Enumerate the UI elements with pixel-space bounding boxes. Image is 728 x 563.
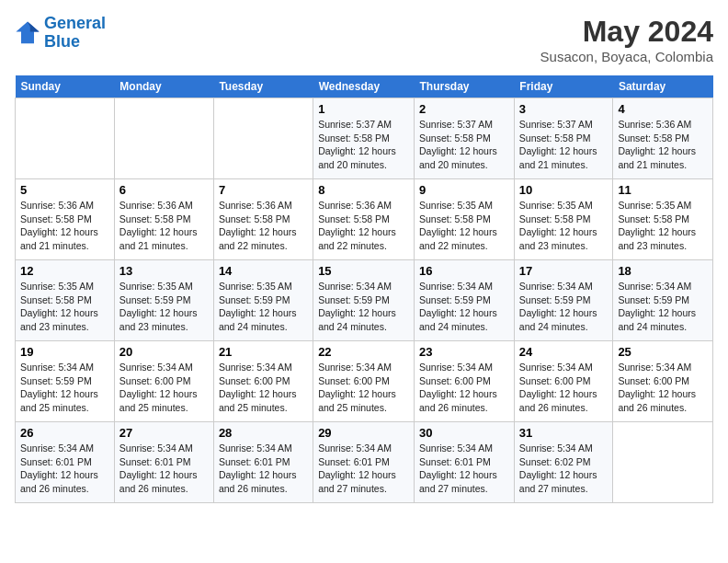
day-number: 26	[20, 426, 109, 440]
calendar-cell: 2Sunrise: 5:37 AMSunset: 5:58 PMDaylight…	[415, 98, 515, 179]
page-header: General Blue May 2024 Susacon, Boyaca, C…	[15, 15, 713, 64]
day-number: 31	[519, 426, 609, 440]
calendar-cell: 28Sunrise: 5:34 AMSunset: 6:01 PMDayligh…	[213, 422, 313, 503]
calendar-cell: 26Sunrise: 5:34 AMSunset: 6:01 PMDayligh…	[16, 422, 115, 503]
svg-marker-0	[16, 21, 39, 43]
calendar-cell: 20Sunrise: 5:34 AMSunset: 6:00 PMDayligh…	[114, 341, 213, 422]
calendar-cell	[16, 98, 115, 179]
calendar-week-row: 26Sunrise: 5:34 AMSunset: 6:01 PMDayligh…	[16, 422, 713, 503]
calendar-cell: 8Sunrise: 5:36 AMSunset: 5:58 PMDaylight…	[313, 179, 415, 260]
title-block: May 2024 Susacon, Boyaca, Colombia	[540, 15, 713, 64]
day-info: Sunrise: 5:34 AMSunset: 5:59 PMDaylight:…	[20, 361, 109, 415]
calendar-cell: 18Sunrise: 5:34 AMSunset: 5:59 PMDayligh…	[613, 260, 713, 341]
day-info: Sunrise: 5:35 AMSunset: 5:58 PMDaylight:…	[20, 280, 109, 334]
day-number: 29	[318, 426, 409, 440]
day-info: Sunrise: 5:35 AMSunset: 5:59 PMDaylight:…	[119, 280, 209, 334]
calendar-cell	[114, 98, 213, 179]
calendar-week-row: 1Sunrise: 5:37 AMSunset: 5:58 PMDaylight…	[16, 98, 713, 179]
calendar-cell: 16Sunrise: 5:34 AMSunset: 5:59 PMDayligh…	[415, 260, 515, 341]
day-info: Sunrise: 5:34 AMSunset: 5:59 PMDaylight:…	[318, 280, 409, 334]
calendar-cell	[213, 98, 313, 179]
day-number: 1	[318, 102, 409, 116]
calendar-cell: 5Sunrise: 5:36 AMSunset: 5:58 PMDaylight…	[16, 179, 115, 260]
weekday-header: Sunday	[16, 75, 115, 98]
day-info: Sunrise: 5:34 AMSunset: 6:00 PMDaylight:…	[519, 361, 609, 415]
calendar-cell: 23Sunrise: 5:34 AMSunset: 6:00 PMDayligh…	[415, 341, 515, 422]
logo-line2: Blue	[44, 32, 80, 51]
day-info: Sunrise: 5:34 AMSunset: 6:01 PMDaylight:…	[318, 442, 409, 496]
calendar-cell: 4Sunrise: 5:36 AMSunset: 5:58 PMDaylight…	[613, 98, 713, 179]
day-info: Sunrise: 5:34 AMSunset: 6:00 PMDaylight:…	[119, 361, 209, 415]
day-info: Sunrise: 5:34 AMSunset: 6:00 PMDaylight:…	[219, 361, 308, 415]
day-info: Sunrise: 5:35 AMSunset: 5:58 PMDaylight:…	[419, 199, 509, 253]
location-title: Susacon, Boyaca, Colombia	[540, 49, 713, 64]
calendar-cell: 21Sunrise: 5:34 AMSunset: 6:00 PMDayligh…	[213, 341, 313, 422]
day-info: Sunrise: 5:36 AMSunset: 5:58 PMDaylight:…	[119, 199, 209, 253]
weekday-header: Monday	[114, 75, 213, 98]
day-number: 5	[20, 183, 109, 197]
day-number: 3	[519, 102, 609, 116]
calendar-week-row: 19Sunrise: 5:34 AMSunset: 5:59 PMDayligh…	[16, 341, 713, 422]
day-number: 15	[318, 264, 409, 278]
day-number: 10	[519, 183, 609, 197]
day-number: 2	[419, 102, 509, 116]
calendar-cell: 3Sunrise: 5:37 AMSunset: 5:58 PMDaylight…	[514, 98, 613, 179]
calendar-week-row: 5Sunrise: 5:36 AMSunset: 5:58 PMDaylight…	[16, 179, 713, 260]
logo: General Blue	[15, 15, 106, 52]
day-number: 20	[119, 345, 209, 359]
day-number: 21	[219, 345, 308, 359]
day-number: 27	[119, 426, 209, 440]
calendar-cell: 13Sunrise: 5:35 AMSunset: 5:59 PMDayligh…	[114, 260, 213, 341]
weekday-header: Saturday	[613, 75, 713, 98]
day-info: Sunrise: 5:34 AMSunset: 5:59 PMDaylight:…	[419, 280, 509, 334]
day-info: Sunrise: 5:34 AMSunset: 6:01 PMDaylight:…	[119, 442, 209, 496]
day-number: 12	[20, 264, 109, 278]
calendar-cell: 22Sunrise: 5:34 AMSunset: 6:00 PMDayligh…	[313, 341, 415, 422]
day-info: Sunrise: 5:36 AMSunset: 5:58 PMDaylight:…	[219, 199, 308, 253]
weekday-header: Wednesday	[313, 75, 415, 98]
calendar-cell: 7Sunrise: 5:36 AMSunset: 5:58 PMDaylight…	[213, 179, 313, 260]
calendar-body: 1Sunrise: 5:37 AMSunset: 5:58 PMDaylight…	[16, 98, 713, 503]
calendar-header: SundayMondayTuesdayWednesdayThursdayFrid…	[16, 75, 713, 98]
day-number: 18	[618, 264, 708, 278]
calendar-cell: 27Sunrise: 5:34 AMSunset: 6:01 PMDayligh…	[114, 422, 213, 503]
day-number: 23	[419, 345, 509, 359]
day-info: Sunrise: 5:34 AMSunset: 6:00 PMDaylight:…	[419, 361, 509, 415]
weekday-header: Friday	[514, 75, 613, 98]
month-title: May 2024	[540, 15, 713, 49]
day-number: 14	[219, 264, 308, 278]
day-number: 19	[20, 345, 109, 359]
calendar-cell: 31Sunrise: 5:34 AMSunset: 6:02 PMDayligh…	[514, 422, 613, 503]
calendar-cell: 24Sunrise: 5:34 AMSunset: 6:00 PMDayligh…	[514, 341, 613, 422]
day-info: Sunrise: 5:37 AMSunset: 5:58 PMDaylight:…	[519, 118, 609, 172]
calendar-cell: 10Sunrise: 5:35 AMSunset: 5:58 PMDayligh…	[514, 179, 613, 260]
day-info: Sunrise: 5:34 AMSunset: 6:01 PMDaylight:…	[219, 442, 308, 496]
day-info: Sunrise: 5:37 AMSunset: 5:58 PMDaylight:…	[419, 118, 509, 172]
day-number: 6	[119, 183, 209, 197]
day-number: 7	[219, 183, 308, 197]
day-info: Sunrise: 5:34 AMSunset: 6:00 PMDaylight:…	[618, 361, 708, 415]
calendar-cell: 17Sunrise: 5:34 AMSunset: 5:59 PMDayligh…	[514, 260, 613, 341]
calendar-week-row: 12Sunrise: 5:35 AMSunset: 5:58 PMDayligh…	[16, 260, 713, 341]
calendar-cell: 9Sunrise: 5:35 AMSunset: 5:58 PMDaylight…	[415, 179, 515, 260]
day-info: Sunrise: 5:34 AMSunset: 5:59 PMDaylight:…	[618, 280, 708, 334]
day-info: Sunrise: 5:35 AMSunset: 5:59 PMDaylight:…	[219, 280, 308, 334]
calendar-cell: 14Sunrise: 5:35 AMSunset: 5:59 PMDayligh…	[213, 260, 313, 341]
weekday-header: Tuesday	[213, 75, 313, 98]
day-info: Sunrise: 5:36 AMSunset: 5:58 PMDaylight:…	[318, 199, 409, 253]
day-info: Sunrise: 5:34 AMSunset: 6:01 PMDaylight:…	[20, 442, 109, 496]
day-info: Sunrise: 5:35 AMSunset: 5:58 PMDaylight:…	[519, 199, 609, 253]
day-info: Sunrise: 5:35 AMSunset: 5:58 PMDaylight:…	[618, 199, 708, 253]
calendar-cell	[613, 422, 713, 503]
calendar-cell: 11Sunrise: 5:35 AMSunset: 5:58 PMDayligh…	[613, 179, 713, 260]
calendar-cell: 6Sunrise: 5:36 AMSunset: 5:58 PMDaylight…	[114, 179, 213, 260]
calendar-cell: 1Sunrise: 5:37 AMSunset: 5:58 PMDaylight…	[313, 98, 415, 179]
day-number: 8	[318, 183, 409, 197]
calendar-cell: 12Sunrise: 5:35 AMSunset: 5:58 PMDayligh…	[16, 260, 115, 341]
day-info: Sunrise: 5:37 AMSunset: 5:58 PMDaylight:…	[318, 118, 409, 172]
calendar-cell: 29Sunrise: 5:34 AMSunset: 6:01 PMDayligh…	[313, 422, 415, 503]
calendar-cell: 19Sunrise: 5:34 AMSunset: 5:59 PMDayligh…	[16, 341, 115, 422]
weekday-row: SundayMondayTuesdayWednesdayThursdayFrid…	[16, 75, 713, 98]
logo-icon	[15, 20, 40, 46]
day-info: Sunrise: 5:34 AMSunset: 6:02 PMDaylight:…	[519, 442, 609, 496]
